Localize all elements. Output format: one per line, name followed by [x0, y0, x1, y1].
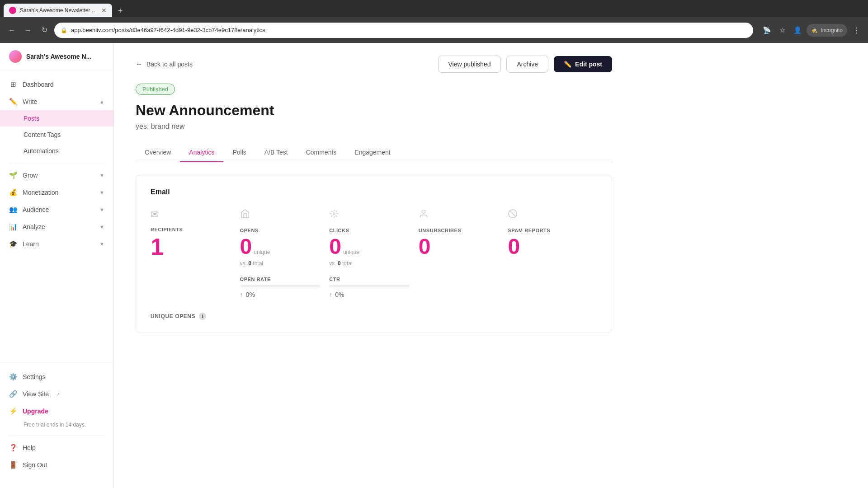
clicks-vs-text: vs. 0 total [329, 260, 410, 267]
top-actions: View published Archive ✏️ Edit post [438, 56, 613, 73]
ctr-bar [329, 285, 410, 287]
sidebar-item-label: View Site [23, 390, 49, 398]
spam-icon [508, 209, 588, 221]
metric-opens: OPENS 0 unique vs. 0 total OPEN RATE [240, 209, 330, 298]
tab-ab-test[interactable]: A/B Test [255, 143, 297, 162]
sidebar-brand: Sarah's Awesome N... [0, 43, 113, 70]
incognito-icon: 🕵️ [811, 27, 818, 33]
clicks-value: 0 [329, 236, 341, 258]
recipients-value: 1 [151, 235, 231, 258]
cast-icon[interactable]: 📡 [760, 24, 773, 37]
recipients-label: RECIPIENTS [151, 227, 231, 232]
tab-overview[interactable]: Overview [136, 143, 180, 162]
sidebar-item-label: Grow [23, 172, 38, 179]
ctr-label: CTR [329, 277, 410, 282]
grow-icon: 🌱 [9, 171, 17, 179]
status-badge: Published [136, 84, 175, 95]
sidebar-item-label: Learn [23, 240, 39, 248]
lock-icon: 🔒 [61, 27, 67, 33]
archive-button[interactable]: Archive [506, 56, 548, 73]
bookmark-icon[interactable]: ☆ [776, 24, 788, 37]
tab-engagement[interactable]: Engagement [345, 143, 399, 162]
sidebar-item-upgrade[interactable]: ⚡ Upgrade [0, 403, 113, 420]
sign-out-icon: 🚪 [9, 461, 17, 469]
sidebar-item-label: Settings [23, 373, 46, 380]
link-icon: 🔗 [9, 390, 17, 398]
sidebar-item-write[interactable]: ✏️ Write ▲ [0, 93, 113, 110]
analyze-icon: 📊 [9, 223, 17, 231]
clicks-unique-label: unique [343, 249, 359, 255]
sidebar-item-content-tags[interactable]: Content Tags [0, 127, 113, 143]
total-label: total [342, 260, 353, 267]
unique-opens-header: UNIQUE OPENS ℹ [151, 313, 597, 320]
active-tab[interactable]: Sarah's Awesome Newsletter - b... ✕ [4, 4, 112, 17]
ctr-value-row: ↑ 0% [329, 291, 410, 298]
sidebar-item-grow[interactable]: 🌱 Grow ▼ [0, 167, 113, 184]
chevron-down-icon: ▼ [99, 207, 104, 212]
sidebar-item-label: Automations [24, 147, 59, 155]
back-nav-button[interactable]: ← [5, 24, 18, 37]
sidebar-item-analyze[interactable]: 📊 Analyze ▼ [0, 218, 113, 235]
sidebar-item-posts[interactable]: Posts [0, 110, 113, 127]
recipients-icon: ✉ [151, 209, 231, 221]
monetization-icon: 💰 [9, 188, 17, 197]
reload-button[interactable]: ↻ [38, 24, 51, 37]
sidebar-item-label: Content Tags [24, 131, 61, 138]
profile-icon[interactable]: 👤 [791, 24, 804, 37]
edit-post-button[interactable]: ✏️ Edit post [554, 56, 612, 72]
app-layout: Sarah's Awesome N... ⊞ Dashboard ✏️ Writ… [0, 43, 868, 488]
chevron-down-icon: ▼ [99, 173, 104, 178]
sidebar-item-automations[interactable]: Automations [0, 143, 113, 159]
chevron-down-icon: ▼ [99, 224, 104, 230]
opens-icon [240, 209, 321, 221]
tabs-bar: Overview Analytics Polls A/B Test Commen… [136, 143, 612, 162]
incognito-button[interactable]: 🕵️ Incognito [807, 24, 847, 37]
metric-unsubscribes: UNSUBSCRIBES 0 [419, 209, 508, 258]
sidebar-item-settings[interactable]: ⚙️ Settings [0, 368, 113, 385]
content-inner: ← Back to all posts View published Archi… [114, 43, 634, 346]
sidebar: Sarah's Awesome N... ⊞ Dashboard ✏️ Writ… [0, 43, 114, 488]
chevron-down-icon: ▼ [99, 241, 104, 247]
back-to-posts-link[interactable]: ← Back to all posts [136, 60, 193, 68]
forward-nav-button[interactable]: → [22, 24, 34, 37]
svg-point-1 [422, 210, 425, 213]
tab-polls[interactable]: Polls [223, 143, 255, 162]
sidebar-item-help[interactable]: ❓ Help [0, 439, 113, 456]
tab-comments[interactable]: Comments [297, 143, 346, 162]
clicks-label: CLICKS [329, 228, 410, 233]
sidebar-item-sign-out[interactable]: 🚪 Sign Out [0, 456, 113, 474]
address-bar[interactable]: 🔒 app.beehiiv.com/posts/d3e46a97-f642-4d… [54, 23, 753, 38]
clicks-icon [329, 209, 410, 221]
browser-actions: 📡 ☆ 👤 🕵️ Incognito ⋮ [760, 24, 863, 37]
info-icon[interactable]: ℹ [199, 313, 206, 320]
svg-point-0 [333, 213, 335, 215]
sidebar-item-monetization[interactable]: 💰 Monetization ▼ [0, 184, 113, 201]
sidebar-item-audience[interactable]: 👥 Audience ▼ [0, 201, 113, 218]
sidebar-item-view-site[interactable]: 🔗 View Site ↗ [0, 385, 113, 403]
arrow-up-icon: ↑ [329, 291, 332, 298]
menu-icon[interactable]: ⋮ [850, 24, 863, 37]
sidebar-item-dashboard[interactable]: ⊞ Dashboard [0, 76, 113, 93]
opens-total-value: 0 [248, 260, 251, 267]
new-tab-button[interactable]: + [114, 5, 127, 17]
edit-icon: ✏️ [564, 61, 571, 68]
external-link-icon: ↗ [56, 392, 60, 397]
post-header: Published New Announcement yes, brand ne… [136, 84, 612, 131]
view-published-button[interactable]: View published [438, 56, 501, 73]
tab-analytics[interactable]: Analytics [180, 143, 223, 162]
vs-label: vs. [240, 260, 247, 267]
nav-separator [9, 435, 104, 436]
tab-close-icon[interactable]: ✕ [101, 7, 107, 14]
svg-line-3 [510, 211, 516, 217]
top-nav: ← Back to all posts View published Archi… [136, 56, 612, 73]
write-icon: ✏️ [9, 98, 17, 106]
metric-spam-reports: SPAM REPORTS 0 [508, 209, 597, 258]
back-label: Back to all posts [146, 61, 193, 68]
audience-icon: 👥 [9, 206, 17, 214]
clicks-total-value: 0 [338, 260, 341, 267]
open-rate-label: OPEN RATE [240, 277, 321, 282]
sidebar-item-label: Audience [23, 206, 49, 213]
url-text: app.beehiiv.com/posts/d3e46a97-f642-4d91… [71, 27, 747, 33]
vs-label: vs. [329, 260, 336, 267]
sidebar-item-learn[interactable]: 🎓 Learn ▼ [0, 235, 113, 253]
